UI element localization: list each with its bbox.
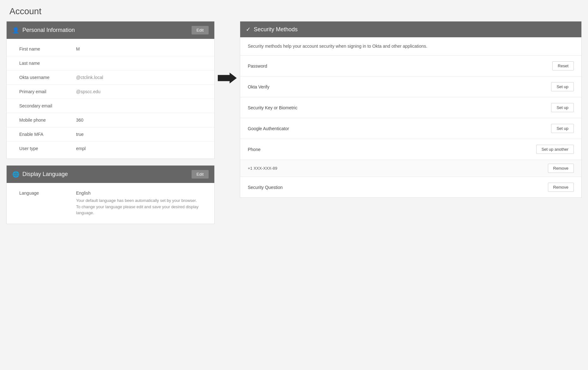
phone-entry-row: +1 XXX-XXX-89 Remove bbox=[240, 160, 581, 177]
okta-verify-setup-button[interactable]: Set up bbox=[551, 82, 574, 91]
display-language-header: 🌐 Display Language Edit bbox=[7, 166, 214, 183]
personal-info-edit-button[interactable]: Edit bbox=[192, 26, 209, 34]
display-language-edit-button[interactable]: Edit bbox=[192, 170, 209, 179]
security-label-security-question: Security Question bbox=[248, 185, 283, 190]
personal-info-card: 👤 Personal Information Edit First name M… bbox=[6, 21, 215, 159]
page-container: Account 👤 Personal Information Edit Firs… bbox=[0, 0, 588, 237]
phone-remove-button[interactable]: Remove bbox=[548, 164, 574, 173]
security-label-security-key: Security Key or Biometric bbox=[248, 105, 297, 110]
field-value-enable-mfa: true bbox=[76, 132, 84, 137]
security-methods-description: Security methods help your account secur… bbox=[240, 37, 581, 56]
field-row-secondary-email: Secondary email bbox=[7, 99, 214, 113]
personal-info-body: First name M Last name Okta username @ct… bbox=[7, 39, 214, 159]
display-language-body: Language English Your default language h… bbox=[7, 183, 214, 224]
security-row-security-question: Security Question Remove bbox=[240, 177, 581, 197]
field-label-okta-username: Okta username bbox=[19, 75, 76, 80]
field-label-user-type: User type bbox=[19, 146, 76, 151]
left-column: 👤 Personal Information Edit First name M… bbox=[6, 21, 215, 230]
security-row-phone: Phone Set up another bbox=[240, 139, 581, 160]
personal-info-header: 👤 Personal Information Edit bbox=[7, 21, 214, 39]
security-row-security-key: Security Key or Biometric Set up bbox=[240, 97, 581, 118]
field-row-user-type: User type empl bbox=[7, 142, 214, 155]
field-label-mobile-phone: Mobile phone bbox=[19, 118, 76, 123]
field-value-firstname: M bbox=[76, 46, 80, 52]
security-question-remove-button[interactable]: Remove bbox=[548, 183, 574, 192]
field-row-lastname: Last name bbox=[7, 56, 214, 70]
security-methods-title: Security Methods bbox=[254, 26, 298, 33]
arrow-indicator bbox=[218, 72, 237, 84]
language-note: Your default language has been automatic… bbox=[76, 197, 202, 216]
field-row-okta-username: Okta username @ctclink.local bbox=[7, 70, 214, 85]
field-label-enable-mfa: Enable MFA bbox=[19, 132, 76, 137]
security-key-setup-button[interactable]: Set up bbox=[551, 103, 574, 112]
right-column: ✓ Security Methods Security methods help… bbox=[240, 21, 582, 198]
person-icon: 👤 bbox=[12, 27, 19, 34]
phone-number-value: +1 XXX-XXX-89 bbox=[248, 166, 277, 171]
field-value-language-block: English Your default language has been a… bbox=[76, 191, 202, 216]
security-label-google-auth: Google Authenticator bbox=[248, 126, 289, 131]
google-auth-setup-button[interactable]: Set up bbox=[551, 124, 574, 133]
field-row-language: Language English Your default language h… bbox=[7, 186, 214, 221]
page-title: Account bbox=[0, 0, 588, 21]
arrow-column bbox=[215, 21, 240, 84]
field-label-lastname: Last name bbox=[19, 61, 76, 66]
security-row-google-auth: Google Authenticator Set up bbox=[240, 118, 581, 139]
security-methods-card: ✓ Security Methods Security methods help… bbox=[240, 21, 582, 198]
field-value-primary-email: @spscc.edu bbox=[76, 89, 100, 94]
field-label-language: Language bbox=[19, 191, 76, 196]
security-label-password: Password bbox=[248, 64, 267, 69]
phone-setup-another-button[interactable]: Set up another bbox=[536, 145, 574, 154]
checkmark-icon: ✓ bbox=[246, 26, 251, 33]
arrow-svg bbox=[218, 72, 237, 84]
field-value-mobile-phone: 360 bbox=[76, 118, 83, 123]
field-row-primary-email: Primary email @spscc.edu bbox=[7, 85, 214, 99]
security-methods-header: ✓ Security Methods bbox=[240, 21, 581, 37]
svg-marker-0 bbox=[218, 73, 237, 84]
field-label-secondary-email: Secondary email bbox=[19, 103, 76, 108]
security-label-okta-verify: Okta Verify bbox=[248, 84, 269, 89]
display-language-title: Display Language bbox=[22, 171, 68, 178]
field-label-primary-email: Primary email bbox=[19, 89, 76, 94]
field-row-mobile-phone: Mobile phone 360 bbox=[7, 113, 214, 127]
field-label-firstname: First name bbox=[19, 46, 76, 52]
globe-icon: 🌐 bbox=[12, 171, 19, 178]
security-row-password: Password Reset bbox=[240, 56, 581, 76]
personal-info-title: Personal Information bbox=[22, 27, 75, 33]
field-row-firstname: First name M bbox=[7, 42, 214, 56]
field-value-language: English bbox=[76, 191, 202, 196]
security-label-phone: Phone bbox=[248, 147, 260, 152]
field-value-okta-username: @ctclink.local bbox=[76, 75, 103, 80]
display-language-card: 🌐 Display Language Edit Language English… bbox=[6, 165, 215, 224]
security-row-okta-verify: Okta Verify Set up bbox=[240, 76, 581, 97]
password-reset-button[interactable]: Reset bbox=[552, 61, 574, 70]
field-row-enable-mfa: Enable MFA true bbox=[7, 127, 214, 142]
field-value-user-type: empl bbox=[76, 146, 86, 151]
